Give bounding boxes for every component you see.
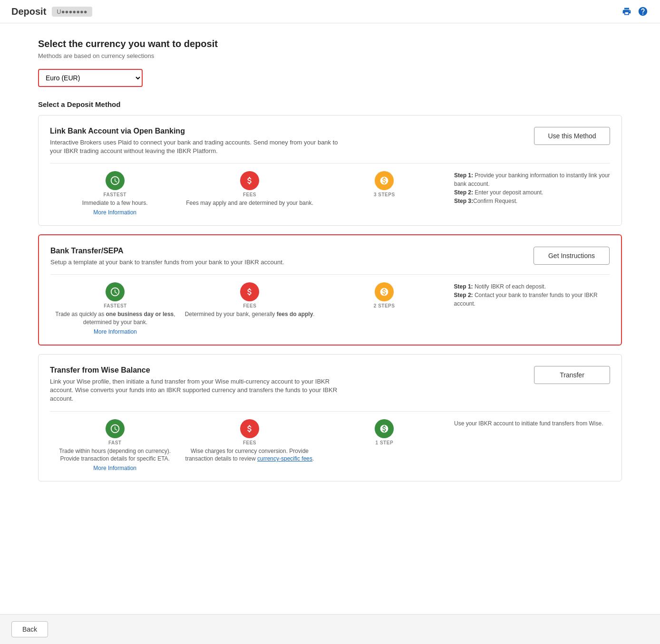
help-icon[interactable] (637, 6, 649, 17)
speed-block-wise: FAST Trade within hours (depending on cu… (50, 419, 180, 472)
card-info-wise: Transfer from Wise Balance Link your Wis… (50, 366, 534, 404)
fees-icon (240, 171, 259, 190)
card-name-wise: Transfer from Wise Balance (50, 366, 534, 375)
speed-icon (106, 171, 125, 190)
steps-icon-wrap-sepa (375, 282, 394, 301)
steps-detail-block-open-banking: Step 1: Provide your banking information… (454, 171, 610, 216)
details-row-sepa: FASTEST Trade as quickly as one business… (50, 282, 610, 335)
fees-icon-wrap (240, 171, 259, 190)
speed-block: FASTEST Immediate to a few hours. More I… (50, 171, 180, 216)
speed-icon-wise (106, 419, 125, 438)
main-content: Select the currency you want to deposit … (0, 23, 660, 528)
fees-block-open-banking: FEES Fees may apply and are determined b… (184, 171, 314, 216)
deposit-method-title: Select a Deposit Method (38, 100, 622, 108)
steps-label-sepa: 2 STEPS (374, 303, 395, 308)
steps-icon-sepa (375, 282, 394, 301)
fees-block-wise: FEES Wise charges for currency conversio… (184, 419, 314, 472)
card-divider-sepa (50, 274, 610, 275)
steps-icon-wrap (375, 171, 394, 190)
fees-text-wise: Wise charges for currency conversion. Pr… (184, 447, 314, 463)
fees-label: FEES (243, 192, 256, 197)
card-name-open-banking: Link Bank Account via Open Banking (50, 127, 534, 135)
currency-select[interactable]: Euro (EUR) US Dollar (USD) British Pound… (38, 69, 143, 87)
step-text-open-banking: Step 1: Provide your banking information… (454, 171, 610, 205)
steps-label-wise: 1 STEP (376, 440, 393, 445)
more-info-link-open-banking[interactable]: More Information (93, 209, 136, 216)
card-divider (50, 163, 610, 163)
speed-icon-wrap-wise (106, 419, 125, 438)
section-title: Select the currency you want to deposit (38, 38, 622, 49)
fees-text-sepa: Determined by your bank, generally fees … (185, 310, 315, 318)
details-row-open-banking: FASTEST Immediate to a few hours. More I… (50, 171, 610, 216)
header-icons (621, 6, 649, 17)
header-left: Deposit U●●●●●●● (11, 6, 92, 17)
fees-label-wise: FEES (243, 440, 256, 445)
account-badge: U●●●●●●● (52, 7, 92, 17)
fees-label-sepa: FEES (243, 303, 256, 308)
steps-block-open-banking: 3 STEPS (320, 171, 449, 216)
details-row-wise: FAST Trade within hours (depending on cu… (50, 419, 610, 472)
steps-icon-wise (375, 419, 394, 438)
fees-icon-sepa (240, 282, 259, 301)
steps-label-open-banking: 3 STEPS (374, 192, 395, 197)
fees-icon-wrap-wise (240, 419, 259, 438)
card-header-wise: Transfer from Wise Balance Link your Wis… (50, 366, 610, 404)
card-name-sepa: Bank Transfer/SEPA (50, 247, 534, 255)
speed-icon-wrap-sepa (106, 282, 125, 301)
currency-fees-link[interactable]: currency-specific fees (257, 455, 312, 462)
method-card-open-banking: Link Bank Account via Open Banking Inter… (38, 115, 622, 226)
speed-text-sepa: Trade as quickly as one business day or … (50, 310, 180, 327)
method-card-wise: Transfer from Wise Balance Link your Wis… (38, 354, 622, 481)
section-subtitle: Methods are based on currency selections (38, 52, 622, 59)
steps-block-sepa: 2 STEPS (320, 282, 449, 335)
method-card-sepa: Bank Transfer/SEPA Setup a template at y… (38, 234, 622, 346)
fees-block-sepa: FEES Determined by your bank, generally … (185, 282, 315, 335)
speed-label: FASTEST (103, 192, 126, 197)
speed-text: Immediate to a few hours. (82, 199, 148, 207)
speed-text-wise: Trade within hours (depending on currenc… (50, 447, 180, 463)
transfer-button-wise[interactable]: Transfer (534, 366, 610, 384)
back-button[interactable]: Back (11, 621, 48, 637)
speed-label-sepa: FASTEST (104, 303, 127, 308)
card-info-sepa: Bank Transfer/SEPA Setup a template at y… (50, 247, 534, 267)
steps-block-wise: 1 STEP (320, 419, 449, 472)
steps-detail-block-wise: Use your IBKR account to initiate fund t… (454, 419, 610, 472)
card-desc-sepa: Setup a template at your bank to transfe… (50, 258, 345, 267)
card-divider-wise (50, 411, 610, 412)
steps-icon-wrap-wise (375, 419, 394, 438)
fees-text: Fees may apply and are determined by you… (186, 199, 313, 207)
card-desc-wise: Link your Wise profile, then initiate a … (50, 377, 345, 404)
speed-block-sepa: FASTEST Trade as quickly as one business… (50, 282, 180, 335)
fees-icon-wrap-sepa (240, 282, 259, 301)
speed-label-wise: FAST (108, 440, 122, 445)
step-text-wise: Use your IBKR account to initiate fund t… (454, 419, 603, 428)
steps-icon (375, 171, 394, 190)
page-footer: Back (0, 614, 660, 644)
use-method-button-open-banking[interactable]: Use this Method (534, 127, 610, 145)
more-info-link-wise[interactable]: More Information (93, 465, 136, 471)
page-title: Deposit (11, 6, 46, 17)
card-desc-open-banking: Interactive Brokers uses Plaid to connec… (50, 138, 345, 155)
fees-icon-wise (240, 419, 259, 438)
speed-icon-wrap (106, 171, 125, 190)
card-info-open-banking: Link Bank Account via Open Banking Inter… (50, 127, 534, 155)
card-header-open-banking: Link Bank Account via Open Banking Inter… (50, 127, 610, 155)
get-instructions-button[interactable]: Get Instructions (534, 247, 610, 265)
step-text-sepa: Step 1: Notify IBKR of each deposit. Ste… (454, 282, 610, 308)
speed-icon-sepa (106, 282, 125, 301)
card-header-sepa: Bank Transfer/SEPA Setup a template at y… (50, 247, 610, 267)
page-header: Deposit U●●●●●●● (0, 0, 660, 23)
print-icon[interactable] (621, 6, 632, 17)
steps-detail-block-sepa: Step 1: Notify IBKR of each deposit. Ste… (454, 282, 610, 335)
more-info-link-sepa[interactable]: More Information (94, 328, 137, 335)
